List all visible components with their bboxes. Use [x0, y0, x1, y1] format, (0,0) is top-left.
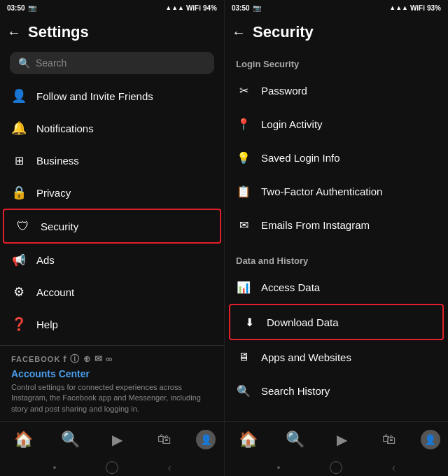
gesture-dot-right — [277, 466, 280, 469]
search-placeholder: Search — [36, 57, 66, 69]
gesture-chevron-left: ‹ — [168, 462, 172, 473]
security-item-access-data[interactable]: 📊 Access Data — [225, 270, 448, 304]
search-history-label: Search History — [261, 385, 330, 397]
emails-icon: ✉ — [236, 217, 251, 232]
status-right-right: ▲▲▲ WiFi 93% — [389, 4, 441, 12]
nav-reels-right[interactable]: ▶ — [327, 424, 358, 455]
signal-icon-left: ▲▲▲ — [165, 4, 184, 11]
two-factor-icon: 📋 — [236, 183, 251, 199]
nav-avatar-left[interactable]: 👤 — [196, 430, 216, 449]
settings-menu-list: 👤 Follow and Invite Friends 🔔 Notificati… — [0, 80, 224, 345]
security-item-search-history[interactable]: 🔍 Search History — [225, 374, 448, 407]
access-data-icon: 📊 — [236, 279, 251, 295]
wifi-icon-right: WiFi — [410, 4, 425, 12]
accounts-center-link[interactable]: Accounts Center — [11, 368, 213, 379]
ads-icon: 📢 — [11, 252, 27, 267]
status-icon-left: 📷 — [28, 4, 36, 12]
page-title-left: Settings — [28, 23, 89, 41]
business-icon: ⊞ — [11, 153, 27, 168]
access-data-label: Access Data — [261, 281, 320, 293]
security-item-download-data[interactable]: ⬇ Download Data — [229, 304, 444, 340]
nav-search-left[interactable]: 🔍 — [55, 424, 86, 455]
security-item-emails[interactable]: ✉ Emails From Instagram — [225, 208, 448, 241]
help-icon: ❓ — [11, 316, 27, 332]
security-item-apps-websites[interactable]: 🖥 Apps and Websites — [225, 340, 448, 374]
menu-item-privacy[interactable]: 🔒 Privacy — [0, 176, 224, 209]
facebook-label: FACEBOOK f ⓘ ⊕ ✉ ∞ — [11, 353, 213, 365]
gesture-dot-left — [53, 466, 56, 469]
business-label: Business — [36, 155, 79, 167]
two-factor-label: Two-Factor Authentication — [261, 186, 382, 197]
bottom-nav-right: 🏠 🔍 ▶ 🛍 👤 — [225, 421, 448, 459]
gesture-bar-left: ‹ — [0, 459, 224, 476]
security-item-password[interactable]: ✂ Password — [225, 74, 448, 107]
notifications-label: Notifications — [36, 122, 94, 134]
facebook-description: Control settings for connected experienc… — [11, 382, 213, 414]
security-label: Security — [41, 220, 78, 232]
nav-shop-left[interactable]: 🛍 — [149, 424, 180, 455]
nav-search-right[interactable]: 🔍 — [280, 424, 311, 455]
search-history-icon: 🔍 — [236, 383, 251, 398]
follow-icon: 👤 — [11, 88, 27, 104]
nav-avatar-right[interactable]: 👤 — [421, 430, 440, 449]
menu-item-notifications[interactable]: 🔔 Notifications — [0, 112, 224, 144]
account-icon: ⚙ — [11, 284, 27, 300]
gesture-circle-right — [330, 461, 342, 474]
gesture-chevron-right: ‹ — [392, 462, 396, 473]
status-bar-right: 03:50 📷 ▲▲▲ WiFi 93% — [225, 0, 448, 15]
fb-social-icons: f ⓘ ⊕ ✉ ∞ — [63, 353, 113, 365]
search-icon-left: 🔍 — [18, 57, 30, 69]
wifi-icon-left: WiFi — [186, 4, 201, 12]
facebook-text: FACEBOOK — [11, 355, 60, 363]
download-data-icon: ⬇ — [241, 314, 257, 330]
back-button-right[interactable]: ← — [232, 24, 246, 41]
data-history-section-header: Data and History — [225, 246, 448, 270]
privacy-label: Privacy — [36, 187, 71, 199]
saved-login-label: Saved Login Info — [261, 152, 340, 164]
privacy-icon: 🔒 — [11, 185, 27, 200]
nav-reels-left[interactable]: ▶ — [102, 424, 133, 455]
security-item-saved-login[interactable]: 💡 Saved Login Info — [225, 141, 448, 174]
login-security-section-header: Login Security — [225, 49, 448, 74]
nav-shop-right[interactable]: 🛍 — [374, 424, 405, 455]
apps-websites-label: Apps and Websites — [261, 351, 351, 363]
notifications-icon: 🔔 — [11, 120, 27, 136]
left-screen: 03:50 📷 ▲▲▲ WiFi 94% ← Settings 🔍 Search… — [0, 0, 224, 476]
status-time-right: 03:50 📷 — [232, 4, 261, 12]
menu-item-ads[interactable]: 📢 Ads — [0, 244, 224, 276]
emails-label: Emails From Instagram — [261, 219, 370, 231]
nav-home-right[interactable]: 🏠 — [233, 424, 264, 455]
security-menu-list: Login Security ✂ Password 📍 Login Activi… — [225, 49, 448, 421]
security-item-two-factor[interactable]: 📋 Two-Factor Authentication — [225, 174, 448, 208]
help-label: Help — [36, 318, 58, 330]
security-item-login-activity[interactable]: 📍 Login Activity — [225, 107, 448, 141]
account-label: Account — [36, 286, 74, 298]
battery-right: 93% — [427, 4, 441, 12]
status-bar-left: 03:50 📷 ▲▲▲ WiFi 94% — [0, 0, 224, 15]
apps-websites-icon: 🖥 — [236, 349, 251, 365]
time-right: 03:50 — [232, 4, 250, 12]
settings-header: ← Settings — [0, 15, 224, 49]
search-bar[interactable]: 🔍 Search — [10, 52, 214, 74]
menu-item-about[interactable]: ℹ About — [0, 340, 224, 345]
gesture-bar-right: ‹ — [225, 459, 448, 476]
battery-left: 94% — [203, 4, 217, 12]
login-activity-label: Login Activity — [261, 118, 323, 130]
menu-item-account[interactable]: ⚙ Account — [0, 276, 224, 308]
page-title-right: Security — [253, 23, 314, 41]
signal-icon-right: ▲▲▲ — [389, 4, 408, 11]
nav-home-left[interactable]: 🏠 — [8, 424, 39, 455]
menu-item-business[interactable]: ⊞ Business — [0, 144, 224, 176]
password-label: Password — [261, 85, 307, 97]
status-icon-right: 📷 — [253, 4, 261, 12]
login-activity-icon: 📍 — [236, 116, 251, 132]
menu-item-help[interactable]: ❓ Help — [0, 308, 224, 340]
status-right-left: ▲▲▲ WiFi 94% — [165, 4, 217, 12]
gesture-circle-left — [106, 461, 118, 474]
back-button-left[interactable]: ← — [7, 24, 21, 41]
security-icon: 🛡 — [15, 218, 31, 234]
menu-item-follow[interactable]: 👤 Follow and Invite Friends — [0, 80, 224, 112]
menu-item-security[interactable]: 🛡 Security — [3, 209, 221, 244]
follow-label: Follow and Invite Friends — [36, 90, 153, 102]
bottom-nav-left: 🏠 🔍 ▶ 🛍 👤 — [0, 421, 224, 459]
